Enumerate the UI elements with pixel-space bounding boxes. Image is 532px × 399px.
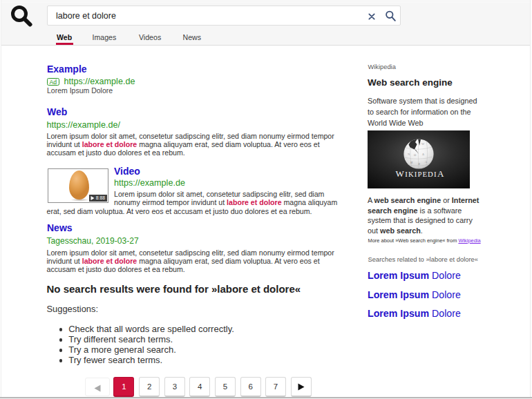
svg-text:WIKIPEDIA: WIKIPEDIA (396, 168, 445, 179)
svg-text:Δ: Δ (422, 153, 424, 156)
svg-text:Я: Я (418, 162, 420, 166)
